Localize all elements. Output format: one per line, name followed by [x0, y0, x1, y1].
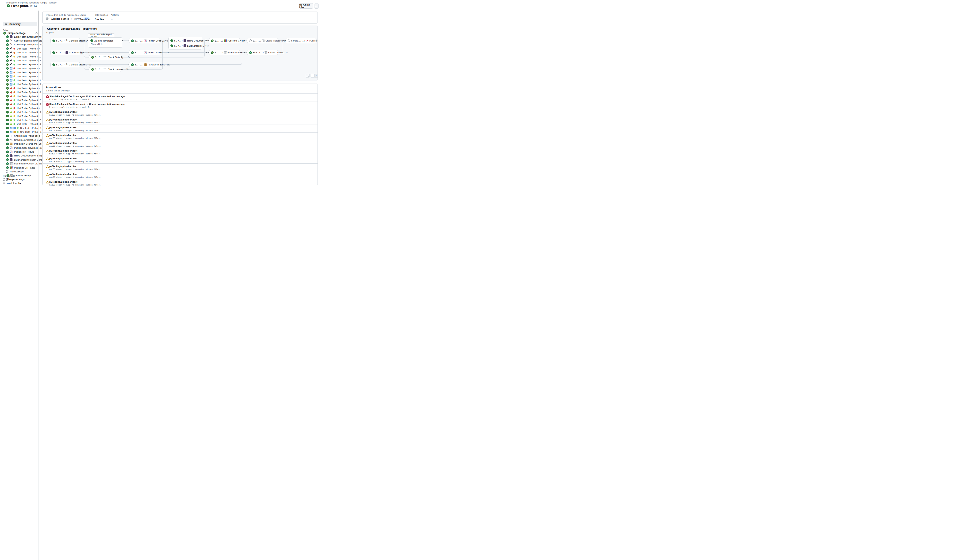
sidebar-item-workflow-file[interactable]: Workflow file [3, 182, 21, 185]
sidebar-group-simplepackage[interactable]: SimplePackage [3, 31, 37, 35]
annotation-title-link[interactable]: pyTooling/upload-artifact [49, 134, 77, 136]
run-details-label: Run details [3, 175, 15, 177]
sidebar-job-publish-test-results[interactable]: Publish Test Results [2, 150, 38, 154]
status-column: Status Success [80, 14, 90, 20]
sidebar-job-unittest-mac-312[interactable]: Unit Tests - Python 3.12 [2, 98, 38, 102]
rerun-all-jobs-button[interactable]: Re-run all jobs [299, 3, 313, 9]
graph-group-documentation: S... / ... /HTML Docume...55s S... / ...… [168, 37, 202, 50]
annotation-title-link[interactable]: pyTooling/upload-artifact [49, 111, 77, 113]
sidebar-job-unittest-macarm-312[interactable]: Unit Tests - Python 3.12 [2, 118, 38, 122]
sidebar-job-check-static-typing[interactable]: Check Static Typing using Pyt... [2, 134, 38, 138]
sidebar-job-unittest-mac-310[interactable]: Unit Tests - Python 3.10 [2, 90, 38, 94]
sidebar-job-generate-params[interactable]: Generate pipeline parameters [2, 39, 38, 42]
sidebar-job-unittest-mac-313[interactable]: Unit Tests - Python 3.13 [2, 102, 38, 106]
annotation-title-link[interactable]: pyTooling/upload-artifact [49, 142, 77, 144]
fullscreen-button[interactable] [306, 74, 310, 77]
matrix-card[interactable]: 22 jobs completed Show all jobs [88, 38, 122, 48]
actor-name[interactable]: Paebbels [50, 17, 60, 20]
sidebar-job-intermediate-cleanup[interactable]: Intermediate Artifact Cleanup [2, 162, 38, 166]
scrollbar-thumb[interactable] [38, 11, 39, 63]
graph-node-extract-config[interactable]: S... / ... /Extract configur...4s [50, 50, 80, 55]
sidebar-job-publish-code-coverage[interactable]: Publish Code Coverage Results [2, 146, 38, 150]
sidebar-job-unittest-linux-310[interactable]: Unit Tests - Python 3.10 [2, 51, 38, 55]
sidebar-item-summary[interactable]: Summary [3, 22, 37, 26]
sidebar-job-unittest-win-311[interactable]: Unit Tests - Python 3.11 [2, 74, 38, 78]
sidebar-job-unittest-win-313[interactable]: Unit Tests - Python 3.13 [2, 82, 38, 86]
graph-node-check-doc-coverage[interactable]: S... / ... /Check docume...18s [89, 67, 121, 72]
graph-node-publish-gh-pages[interactable]: S... / ... /Publish to GH-P...7s [209, 38, 240, 43]
sidebar-job-unittest-win-server-312[interactable]: Unit Tests - Python 3.12 [2, 126, 38, 130]
breadcrumb-label[interactable]: Verification of Pipeline Templates (Simp… [6, 2, 57, 4]
graph-node-publish-code-coverage[interactable]: S... / ... /Publish Code C...20s [129, 38, 160, 43]
books-icon [224, 39, 226, 42]
sidebar-job-generate-params[interactable]: Generate pipeline parameters [2, 43, 38, 47]
git-commit-icon [70, 18, 73, 20]
sidebar-job-unittest-mac-39[interactable]: Unit Tests - Python 3.9 [2, 86, 38, 90]
code-file-icon [3, 182, 5, 185]
sidebar-job-extract-config[interactable]: Extract configurations from p... [2, 35, 38, 39]
sidebar-job-package[interactable]: Package in Source and Wheel... [2, 142, 38, 146]
sidebar-job-publish-gh-pages[interactable]: Publish to GH-Pages [2, 166, 38, 169]
sidebar-job-unittest-linux-312[interactable]: Unit Tests - Python 3.12 [2, 58, 38, 63]
annotation-title-link[interactable]: SimplePackage / DocCoverage /Check docum… [49, 103, 124, 105]
zoom-in-button[interactable]: + [314, 74, 318, 77]
graph-node-create-release-page[interactable]: S... / ... /Create 'Release Pa... [247, 38, 278, 43]
package-box-icon [10, 143, 13, 145]
sidebar-job-unittest-linux-313[interactable]: Unit Tests - Python 3.13 [2, 63, 38, 66]
back-arrow-icon[interactable]: ← [2, 1, 5, 4]
annotation-title-link[interactable]: pyTooling/upload-artifact [49, 173, 77, 175]
annotation-title-link[interactable]: pyTooling/upload-artifact [49, 126, 77, 129]
sidebar-scrollbar[interactable] [38, 10, 39, 187]
annotation-title-link[interactable]: SimplePackage / DocCoverage /Check docum… [49, 95, 124, 97]
graph-node-artifact-cleanup[interactable]: Sim... / ... /Artifact Cleanup4s [247, 50, 278, 55]
bar-chart-icon [10, 151, 13, 153]
sidebar-job-unittest-win-310[interactable]: Unit Tests - Python 3.10 [2, 71, 38, 74]
wastebasket-icon [10, 163, 13, 165]
sidebar-job-latex-doc[interactable]: LaTeX Documentation using ... [2, 158, 38, 162]
breadcrumb[interactable]: ← Verification of Pipeline Templates (Si… [2, 1, 57, 4]
annotation-message: macOS doesn't support removing hidden fi… [49, 168, 101, 170]
chevron-up-icon[interactable] [36, 33, 38, 35]
annotations-subtitle: 2 errors and 10 warnings [46, 89, 314, 94]
sidebar-job-unittest-linux-311[interactable]: Unit Tests - Python 3.11 [2, 55, 38, 58]
graph-node-generate-2[interactable]: S... / ... /Generate pipelin...0s [50, 62, 80, 67]
annotation-title-link[interactable]: pyTooling/upload-artifact [49, 157, 77, 160]
graph-node-package[interactable]: S... / ... /Package in Sou...18s [129, 62, 160, 67]
sidebar-job-html-doc[interactable]: HTML Documentation using ... [2, 154, 38, 158]
annotation-title-link[interactable]: pyTooling/upload-artifact [49, 165, 77, 168]
sidebar-job-unittest-win-39[interactable]: Unit Tests - Python 3.9 [2, 66, 38, 71]
graph-node-check-static-typing[interactable]: S... / ... /Check Static Ty...17s [89, 55, 121, 60]
graph-node-intermediate-cleanup[interactable]: S... / ... /Intermediate A...16s [209, 50, 240, 55]
sidebar-job-unittest-macarm-310[interactable]: Unit Tests - Python 3.10 [2, 110, 38, 114]
pencil-icon [10, 43, 13, 46]
sidebar-job-unittest-macarm-311[interactable]: Unit Tests - Python 3.11 [2, 114, 38, 118]
annotation-title-link[interactable]: pyTooling/upload-artifact [49, 118, 77, 121]
annotation-title-link[interactable]: pyTooling/upload-artifact [49, 149, 77, 152]
penguin-icon [10, 55, 13, 58]
sidebar-job-unittest-macarm-39[interactable]: Unit Tests - Python 3.9 [2, 106, 38, 110]
matrix-summary: 22 jobs completed [94, 39, 113, 42]
sidebar-item-usage[interactable]: Usage [3, 178, 14, 181]
amber-square-icon [14, 131, 16, 133]
sidebar-job-check-doc-coverage[interactable]: Check documentation covera... [2, 138, 38, 142]
graph-node-generate-1[interactable]: S... / ... /Generate pipelin...0s [50, 38, 80, 43]
graph-node-html-doc[interactable]: S... / ... /HTML Docume...55s [170, 39, 200, 42]
sidebar-job-unittest-win-312[interactable]: Unit Tests - Python 3.12 [2, 78, 38, 82]
show-all-jobs-link[interactable]: Show all jobs [91, 43, 120, 45]
matrix-tab[interactable]: Matrix: SimplePackage / UnitTest... [88, 33, 115, 38]
success-check-icon [91, 56, 94, 59]
graph-node-publish-to-pypi[interactable]: Simple... / ... /Publish to PyPI [286, 38, 316, 43]
sidebar-job-unittest-macarm-313[interactable]: Unit Tests - Python 3.13 [2, 122, 38, 126]
more-options-button[interactable] [314, 3, 319, 9]
memo-pencil-icon [262, 39, 264, 42]
graph-node-latex-doc[interactable]: S... / ... /LaTeX Docume...51s [170, 44, 200, 47]
zoom-out-button[interactable]: − [311, 74, 314, 77]
graph-node-publish-test-results[interactable]: S... / ... /Publish Test Re...13s [129, 50, 160, 55]
sidebar-job-unittest-win-server-312b[interactable]: Unit Tests - Python 3.12 [2, 130, 38, 134]
annotation-title-link[interactable]: pyTooling/upload-artifact [49, 180, 77, 183]
sidebar-job-unittest-linux-39[interactable]: Unit Tests - Python 3.9 [2, 47, 38, 50]
python-313-dot [14, 103, 15, 105]
windows-icon [10, 75, 13, 78]
sidebar-job-unittest-mac-311[interactable]: Unit Tests - Python 3.11 [2, 94, 38, 98]
avatar[interactable] [46, 17, 49, 20]
